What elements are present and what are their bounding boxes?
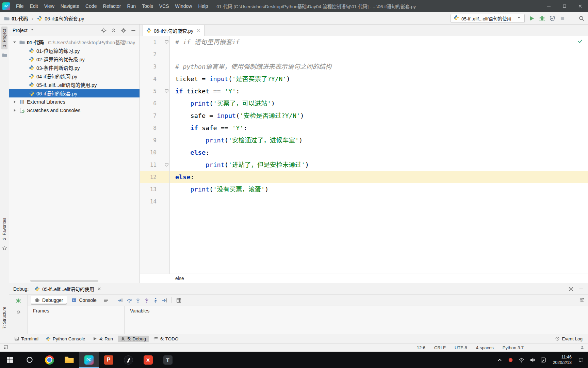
menu-refactor[interactable]: Refactor xyxy=(100,0,124,12)
show-execution-point-icon[interactable] xyxy=(117,297,123,303)
toolwindow-button-todo[interactable]: 6: TODO xyxy=(151,336,181,342)
tree-item[interactable]: 01-位运算的练习.py xyxy=(9,46,140,55)
collapse-all-button[interactable] xyxy=(111,28,116,33)
menu-window[interactable]: Window xyxy=(172,0,195,12)
step-into-icon[interactable] xyxy=(135,297,141,303)
step-over-icon[interactable] xyxy=(126,297,132,303)
editor-tab[interactable]: 06-if语句的嵌套.py xyxy=(143,25,205,36)
debug-settings-button[interactable] xyxy=(568,286,574,292)
taskbar-powerpoint-button[interactable]: P xyxy=(99,352,118,368)
action-center-button[interactable] xyxy=(578,357,584,363)
settings-button[interactable] xyxy=(121,28,126,33)
toolwindow-button-run[interactable]: 4: Run xyxy=(90,336,116,342)
run-to-cursor-icon[interactable] xyxy=(162,297,167,303)
menu-file[interactable]: File xyxy=(13,0,27,12)
taskbar-pycharm-button[interactable]: PC xyxy=(79,352,99,368)
frames-panel[interactable]: Frames xyxy=(28,306,125,334)
editor-body[interactable]: 1234567891011121314 # if 语句里再嵌套if# pytho… xyxy=(140,36,588,274)
taskbar-redapp-button[interactable]: X xyxy=(138,352,158,368)
force-step-into-icon[interactable] xyxy=(144,297,150,303)
menu-code[interactable]: Code xyxy=(82,0,100,12)
step-out-icon[interactable] xyxy=(153,297,159,303)
inspections-profile-icon[interactable] xyxy=(580,345,585,350)
debug-hide-button[interactable] xyxy=(578,286,584,292)
maximize-button[interactable] xyxy=(557,0,572,12)
taskbar-chrome-button[interactable] xyxy=(39,352,59,368)
taskbar-start-button[interactable] xyxy=(0,352,20,368)
tree-item[interactable]: 03-条件判断语句.py xyxy=(9,63,140,72)
close-button[interactable] xyxy=(572,0,588,12)
menu-tools[interactable]: Tools xyxy=(139,0,156,12)
layout-icon[interactable] xyxy=(103,297,109,303)
status-item[interactable]: UTF-8 xyxy=(455,345,467,350)
status-item[interactable]: 12:6 xyxy=(417,345,425,350)
tray-red-app[interactable] xyxy=(508,357,513,363)
python-file-icon xyxy=(29,91,34,96)
run-button[interactable] xyxy=(529,15,535,21)
minimize-button[interactable] xyxy=(541,0,557,12)
network-status[interactable] xyxy=(519,357,524,363)
horizontal-scrollbar[interactable] xyxy=(30,280,98,282)
close-small-icon[interactable] xyxy=(196,28,201,33)
tree-item[interactable]: 01-代码C:\Users\chris\Desktop\Python基础\Day xyxy=(9,38,140,46)
tree-item[interactable]: 04-if语句的练习.py xyxy=(9,72,140,80)
evaluate-icon[interactable] xyxy=(176,297,182,303)
tree-item[interactable]: External Libraries xyxy=(9,97,140,106)
debug-tab-debugger[interactable]: Debugger xyxy=(31,296,67,305)
hide-button[interactable] xyxy=(131,28,136,33)
breadcrumb-item[interactable]: 01-代码 xyxy=(3,14,29,22)
code-line: if ticket == 'Y': xyxy=(170,85,588,97)
code-area[interactable]: # if 语句里再嵌套if# python语言里，使用强制缩进来表示语句之间的结… xyxy=(170,36,588,274)
tray-expand-button[interactable] xyxy=(497,357,503,363)
status-item[interactable]: CRLF xyxy=(434,345,446,350)
menu-view[interactable]: View xyxy=(41,0,58,12)
taskbar-explorer-button[interactable] xyxy=(59,352,79,368)
tree-item[interactable]: 06-if语句的嵌套.py xyxy=(9,89,140,97)
toolwindow-button-python-console[interactable]: Python Console xyxy=(43,336,88,342)
stripe-favorites-button[interactable]: 2: Favorites xyxy=(1,215,7,242)
toolwindow-button-debug[interactable]: 5: Debug xyxy=(118,336,149,342)
run-config-select[interactable]: 05-if..elif...elif语句的使用 xyxy=(451,14,525,23)
menu-edit[interactable]: Edit xyxy=(27,0,41,12)
menu-help[interactable]: Help xyxy=(195,0,211,12)
tree-item[interactable]: 05-if..elif...elif语句的使用.py xyxy=(9,80,140,89)
coverage-button[interactable] xyxy=(549,15,555,21)
toolwindow-toggle-button[interactable] xyxy=(3,345,8,350)
taskbar-typora-button[interactable]: T xyxy=(158,352,178,368)
taskbar-cortana-button[interactable] xyxy=(20,352,39,368)
toolwindow-button-terminal[interactable]: Terminal xyxy=(12,336,41,342)
variables-panel[interactable]: Variables xyxy=(125,306,588,334)
breadcrumb-item[interactable]: 06-if语句的嵌套.py xyxy=(36,14,85,22)
taskbar-roundapp-button[interactable] xyxy=(118,352,138,368)
stripe-project-button[interactable]: 1: Project xyxy=(1,27,7,49)
stop-button[interactable] xyxy=(559,15,566,21)
tree-item[interactable]: Scratches and Consoles xyxy=(9,106,140,114)
chevrons-right-icon[interactable] xyxy=(16,309,21,315)
debug-bug-icon[interactable] xyxy=(16,298,21,303)
code-line: print('买票了，可以进站') xyxy=(170,97,588,110)
status-item[interactable]: Python 3.7 xyxy=(503,345,524,350)
taskbar-clock[interactable]: 11:46 2020/2/13 xyxy=(553,354,572,366)
debug-session-tab[interactable]: 05-if..elif...elif语句的使用 xyxy=(33,285,103,293)
menu-navigate[interactable]: Navigate xyxy=(58,0,82,12)
tree-item[interactable]: 02-运算符的优先级.py xyxy=(9,55,140,63)
locate-button[interactable] xyxy=(101,28,107,33)
volume-control[interactable] xyxy=(529,357,535,363)
toolbar-separator xyxy=(113,297,113,303)
debug-tab-console[interactable]: Console xyxy=(68,296,100,305)
scope-breadcrumb[interactable]: else xyxy=(175,276,184,281)
debug-left-toolbar xyxy=(9,295,28,334)
layout-settings-icon[interactable] xyxy=(579,297,585,303)
folder-icon xyxy=(2,52,7,58)
toolwindow-button-event-log[interactable]: Event Log xyxy=(552,336,585,342)
close-small-icon[interactable] xyxy=(97,286,102,291)
chevron-down-icon[interactable] xyxy=(30,27,35,32)
debug-button[interactable] xyxy=(539,15,545,21)
search-everywhere-button[interactable] xyxy=(578,15,585,21)
editor-breadcrumb-bar: else xyxy=(140,274,588,283)
windows-ink[interactable] xyxy=(540,357,546,363)
menu-vcs[interactable]: VCS xyxy=(156,0,172,12)
status-item[interactable]: 4 spaces xyxy=(476,345,494,350)
stripe-structure-button[interactable]: 7: Structure xyxy=(1,304,7,331)
menu-run[interactable]: Run xyxy=(124,0,139,12)
